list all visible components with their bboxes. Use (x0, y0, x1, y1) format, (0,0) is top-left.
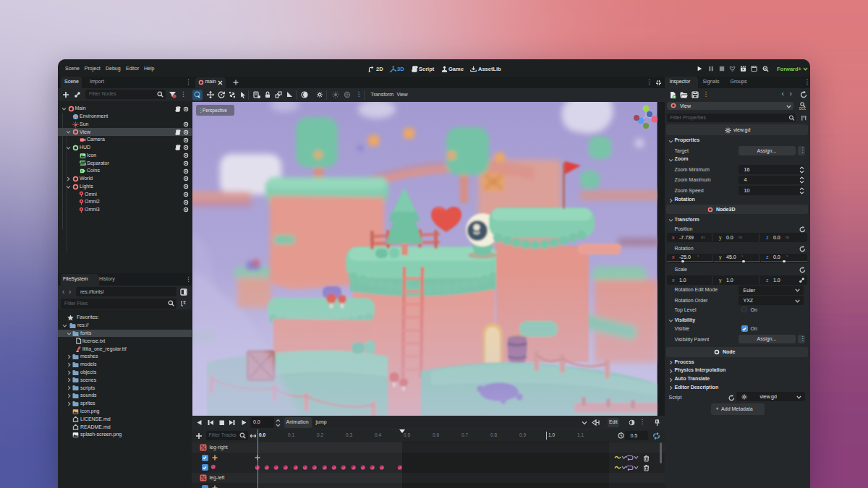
svg-text:Perspective: Perspective (203, 108, 227, 114)
svg-text:DOC: DOC (799, 107, 806, 111)
svg-text:⋮: ⋮ (198, 108, 203, 113)
